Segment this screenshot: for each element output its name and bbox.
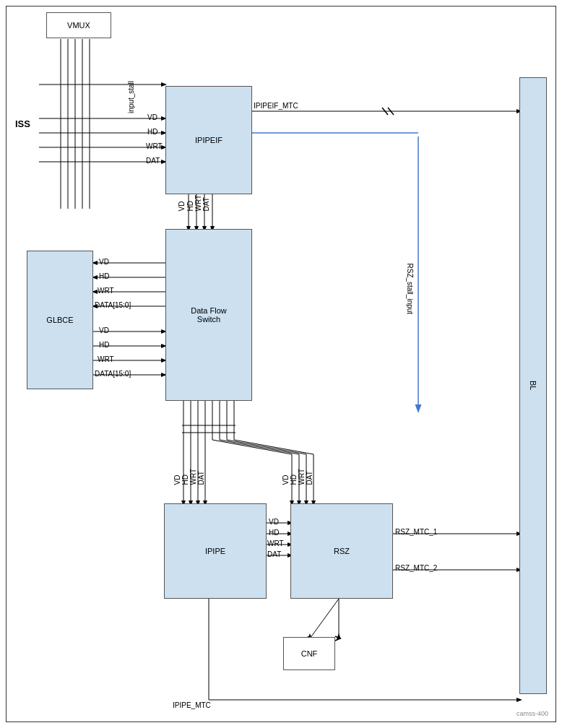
cnf-label: CNF xyxy=(301,649,318,658)
rsz-stall-label: RSZ_stall_input xyxy=(406,264,414,315)
ipipe-label: IPIPE xyxy=(205,547,225,555)
data-flow-switch-label: Data Flow Switch xyxy=(191,306,227,324)
vmux-block: VMUX xyxy=(46,12,111,38)
wrt-rsz-in: WRT xyxy=(298,469,306,485)
vd-dfs-in: VD xyxy=(178,202,186,212)
vd-rsz-in: VD xyxy=(282,475,290,485)
rsz-mtc-2-label: RSZ_MTC_2 xyxy=(395,564,437,572)
svg-line-12 xyxy=(388,108,394,115)
data-glbce-out: DATA[15:0] xyxy=(95,301,131,309)
vd-iss-label: VD xyxy=(147,113,157,121)
wrt-glbce-out: WRT xyxy=(98,287,114,295)
dat-iss-label: DAT xyxy=(146,157,160,165)
hd-rsz-in: HD xyxy=(290,474,298,485)
ipipe-block: IPIPE xyxy=(164,503,267,599)
wrt-ipipe-in: WRT xyxy=(189,469,197,485)
svg-line-45 xyxy=(220,440,299,454)
watermark: camss-400 xyxy=(516,710,548,717)
data-flow-switch-block: Data Flow Switch xyxy=(165,229,252,401)
vmux-label: VMUX xyxy=(67,21,90,30)
dat-rsz-in: DAT xyxy=(306,471,314,485)
wrt-ipipe-rsz: WRT xyxy=(267,540,284,547)
hd-iss-label: HD xyxy=(147,128,157,136)
hd-dfs-in: HD xyxy=(186,201,194,211)
bl-label: BL xyxy=(529,381,537,390)
dat-ipipe-rsz: DAT xyxy=(267,550,281,558)
ipipeif-label: IPIPEIF xyxy=(195,136,222,144)
ipipe-mtc-label: IPIPE_MTC xyxy=(173,701,211,709)
hd-glbce-out: HD xyxy=(99,272,109,280)
cnf-block: CNF xyxy=(283,637,335,670)
svg-line-58 xyxy=(310,599,339,638)
dat-ipipe-in: DAT xyxy=(197,471,205,485)
ipipeif-mtc-label: IPIPEIF_MTC xyxy=(254,102,298,110)
svg-line-44 xyxy=(212,440,292,454)
glbce-block: GLBCE xyxy=(27,251,93,389)
bl-block: BL xyxy=(519,77,547,694)
ipipeif-block: IPIPEIF xyxy=(165,86,252,194)
iss-label: ISS xyxy=(15,118,30,129)
hd-glbce-in: HD xyxy=(99,341,109,349)
vd-ipipe-in: VD xyxy=(173,475,181,485)
diagram-area: VMUX ISS IPIPEIF GLBCE Data Flow Switch … xyxy=(7,6,555,722)
wrt-iss-label: WRT xyxy=(146,142,163,150)
wrt-dfs-in: WRT xyxy=(194,195,202,212)
svg-line-47 xyxy=(234,440,314,454)
vd-glbce-out: VD xyxy=(99,258,109,266)
wrt-glbce-in: WRT xyxy=(98,355,114,363)
vd-ipipe-rsz: VD xyxy=(269,518,279,526)
svg-line-46 xyxy=(227,440,306,454)
rsz-mtc-1-label: RSZ_MTC_1 xyxy=(395,528,437,536)
glbce-label: GLBCE xyxy=(46,316,73,324)
input-stall-label: input_stall xyxy=(127,81,135,113)
diagram-border: VMUX ISS IPIPEIF GLBCE Data Flow Switch … xyxy=(6,6,556,722)
rsz-block: RSZ xyxy=(290,503,393,599)
vd-glbce-in: VD xyxy=(99,326,109,334)
hd-ipipe-rsz: HD xyxy=(269,529,279,537)
svg-line-11 xyxy=(382,108,388,115)
hd-ipipe-in: HD xyxy=(181,474,189,485)
dat-dfs-in: DAT xyxy=(202,197,210,211)
rsz-label: RSZ xyxy=(334,547,350,555)
data-glbce-in: DATA[15:0] xyxy=(95,370,131,378)
